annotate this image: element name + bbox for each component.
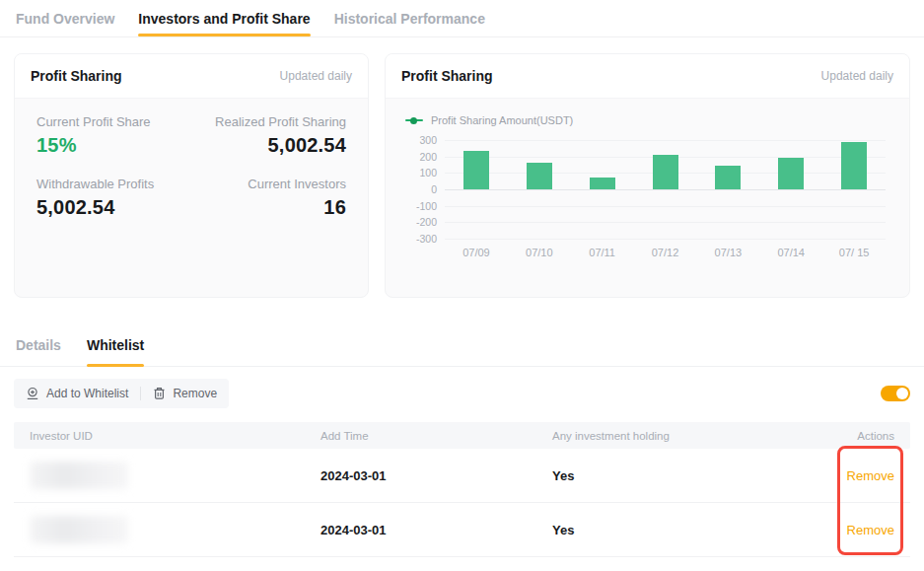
trash-icon bbox=[153, 387, 166, 400]
tab-whitelist[interactable]: Whitelist bbox=[87, 337, 144, 366]
remove-button[interactable]: Remove bbox=[153, 387, 217, 400]
whitelist-table: Investor UID Add Time Any investment hol… bbox=[14, 422, 910, 557]
bar-slot bbox=[571, 140, 634, 239]
toolbar-divider bbox=[140, 387, 141, 400]
chart-card-header: Profit Sharing Updated daily bbox=[386, 54, 909, 99]
stat-value: 5,002.54 bbox=[191, 134, 346, 157]
whitelist-toggle[interactable] bbox=[881, 386, 910, 401]
bar bbox=[590, 178, 615, 189]
remove-toolbar-label: Remove bbox=[173, 387, 217, 400]
chart-y-tick-label: 0 bbox=[405, 183, 437, 195]
add-time-cell: 2024-03-01 bbox=[305, 523, 536, 537]
bar-chart: 3002001000-100-200-300 07/0907/1007/1107… bbox=[401, 140, 893, 272]
chart-card-title: Profit Sharing bbox=[401, 68, 493, 84]
chart-bars bbox=[445, 140, 886, 239]
table-row: 2024-03-01 Yes Remove bbox=[14, 449, 910, 503]
column-investor-uid: Investor UID bbox=[14, 430, 305, 442]
bar-slot bbox=[759, 140, 822, 239]
stat-label: Current Profit Share bbox=[36, 114, 191, 129]
tab-investors-and-profit-share[interactable]: Investors and Profit Share bbox=[138, 0, 310, 36]
add-to-whitelist-button[interactable]: Add to Whitelist bbox=[26, 387, 128, 400]
tab-historical-performance[interactable]: Historical Performance bbox=[334, 0, 485, 36]
table-header-row: Investor UID Add Time Any investment hol… bbox=[14, 422, 910, 449]
bar bbox=[778, 158, 804, 190]
actions-cell: Remove bbox=[792, 523, 910, 537]
bar-slot bbox=[696, 140, 759, 239]
whitelist-toolbar: Add to Whitelist Remove bbox=[14, 379, 910, 408]
toggle-knob bbox=[896, 388, 908, 399]
stat-current-profit-share: Current Profit Share 15% bbox=[36, 114, 191, 157]
stat-label: Current Investors bbox=[191, 177, 346, 191]
legend-line-dot-icon bbox=[405, 119, 423, 121]
top-tab-bar: Fund Overview Investors and Profit Share… bbox=[0, 0, 924, 37]
stat-value: 15% bbox=[36, 134, 191, 157]
stat-value: 5,002.54 bbox=[36, 196, 191, 219]
chart-card-body: Profit Sharing Amount(USDT) 3002001000-1… bbox=[386, 99, 909, 272]
bar bbox=[527, 163, 552, 189]
chart-y-tick-label: 100 bbox=[405, 167, 437, 178]
stat-current-investors: Current Investors 16 bbox=[191, 177, 346, 219]
bar bbox=[841, 142, 867, 189]
stats-card-header: Profit Sharing Updated daily bbox=[15, 54, 368, 99]
chart-x-axis-labels: 07/0907/1007/1107/1207/1307/1407/ 15 bbox=[445, 247, 886, 258]
column-add-time: Add Time bbox=[305, 430, 536, 442]
chart-y-tick-label: -100 bbox=[405, 200, 437, 212]
column-actions: Actions bbox=[792, 430, 910, 442]
chart-y-tick-label: -300 bbox=[405, 233, 437, 245]
stats-updated-daily-label: Updated daily bbox=[280, 69, 352, 83]
chart-x-tick-label: 07/13 bbox=[696, 247, 759, 258]
chart-x-tick-label: 07/09 bbox=[445, 247, 508, 258]
bar-slot bbox=[508, 140, 571, 239]
chart-x-tick-label: 07/11 bbox=[571, 247, 634, 258]
bar-slot bbox=[634, 140, 697, 239]
chart-gridline bbox=[445, 239, 886, 240]
actions-cell: Remove bbox=[792, 468, 910, 483]
bar-slot bbox=[822, 140, 886, 239]
stat-label: Realized Profit Sharing bbox=[191, 114, 346, 129]
stats-card-title: Profit Sharing bbox=[31, 68, 122, 84]
redacted-uid bbox=[30, 462, 128, 489]
tab-fund-overview[interactable]: Fund Overview bbox=[16, 0, 114, 36]
stat-realized-profit-sharing: Realized Profit Sharing 5,002.54 bbox=[191, 114, 346, 157]
chart-x-tick-label: 07/10 bbox=[508, 247, 571, 258]
stat-withdrawable-profits: Withdrawable Profits 5,002.54 bbox=[36, 177, 191, 219]
investor-uid-cell bbox=[14, 516, 305, 543]
legend-label: Profit Sharing Amount(USDT) bbox=[431, 114, 573, 126]
column-any-investment-holding: Any investment holding bbox=[536, 430, 792, 442]
chart-updated-daily-label: Updated daily bbox=[821, 69, 893, 83]
stat-label: Withdrawable Profits bbox=[36, 177, 191, 191]
chart-x-tick-label: 07/ 15 bbox=[822, 247, 886, 258]
stats-grid: Current Profit Share 15% Realized Profit… bbox=[15, 99, 368, 235]
bar bbox=[653, 155, 678, 189]
add-to-whitelist-label: Add to Whitelist bbox=[46, 387, 128, 400]
remove-row-link[interactable]: Remove bbox=[847, 523, 894, 537]
profit-sharing-chart-card: Profit Sharing Updated daily Profit Shar… bbox=[385, 53, 910, 298]
add-circle-icon bbox=[26, 387, 39, 400]
chart-plot: 3002001000-100-200-300 bbox=[445, 140, 886, 239]
chart-legend: Profit Sharing Amount(USDT) bbox=[405, 114, 893, 126]
bar bbox=[715, 166, 741, 189]
profit-sharing-stats-card: Profit Sharing Updated daily Current Pro… bbox=[14, 53, 369, 298]
holding-cell: Yes bbox=[536, 523, 792, 537]
chart-x-tick-label: 07/14 bbox=[759, 247, 822, 258]
chart-y-tick-label: -200 bbox=[405, 216, 437, 228]
stat-value: 16 bbox=[191, 196, 346, 219]
table-row: 2024-03-01 Yes Remove bbox=[14, 503, 910, 557]
chart-y-tick-label: 200 bbox=[405, 151, 437, 163]
holding-cell: Yes bbox=[536, 468, 792, 483]
bar-slot bbox=[445, 140, 508, 239]
tab-details[interactable]: Details bbox=[16, 337, 61, 366]
bar bbox=[463, 151, 489, 189]
whitelist-actions-group: Add to Whitelist Remove bbox=[14, 379, 229, 408]
fund-management-page: Fund Overview Investors and Profit Share… bbox=[0, 0, 924, 571]
redacted-uid bbox=[30, 516, 128, 543]
details-whitelist-tab-bar: Details Whitelist bbox=[0, 325, 924, 367]
summary-cards-row: Profit Sharing Updated daily Current Pro… bbox=[0, 37, 924, 298]
add-time-cell: 2024-03-01 bbox=[305, 468, 536, 483]
remove-row-link[interactable]: Remove bbox=[847, 468, 894, 483]
chart-x-tick-label: 07/12 bbox=[634, 247, 697, 258]
investor-uid-cell bbox=[14, 462, 305, 489]
chart-y-tick-label: 300 bbox=[405, 134, 437, 146]
